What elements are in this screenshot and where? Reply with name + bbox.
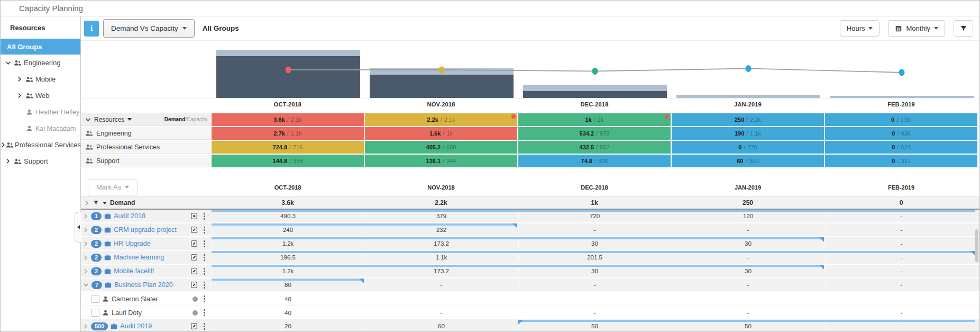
row-menu-icon[interactable] [204, 240, 205, 247]
row-menu-icon[interactable] [204, 282, 205, 289]
capacity-cell[interactable]: 1k/2k [518, 113, 671, 126]
demand-total-value: 0 [825, 199, 977, 207]
allocation-value: - [365, 282, 517, 288]
row-menu-icon[interactable] [204, 227, 205, 234]
sidebar-item-heather-hefley[interactable]: Heather Hefley [1, 104, 80, 120]
capacity-row-label[interactable]: Engineering [81, 127, 210, 140]
capacity-cell[interactable]: 0/720 [672, 141, 824, 154]
view-mode-dropdown[interactable]: Demand Vs Capacity [103, 19, 195, 38]
edit-button[interactable] [190, 254, 198, 261]
project-row-crm-upgrade-project[interactable]: 2CRM upgrade project240232--- [81, 223, 979, 237]
edit-button[interactable] [190, 322, 198, 330]
sidebar-item-kai-macadam[interactable]: Kai Macadam [1, 120, 80, 137]
capacity-cell[interactable]: 534.2/978 [518, 127, 671, 140]
capacity-cell[interactable]: 2.2k/2.1k [365, 113, 517, 126]
capacity-cell[interactable]: 1.6k/1k [365, 127, 517, 140]
status-dot-icon [193, 310, 198, 316]
project-name-link[interactable]: HR Upgrade [114, 240, 150, 247]
capacity-cell[interactable]: 190/1.1k [672, 127, 824, 140]
sidebar-collapse-handle[interactable] [75, 212, 81, 243]
project-name-link[interactable]: Machine learning [114, 254, 164, 261]
capacity-point-ok[interactable] [592, 68, 598, 75]
group-icon [85, 130, 93, 137]
allocation-value: 80 [212, 282, 364, 288]
row-menu-icon[interactable] [204, 254, 205, 261]
project-timeline-bar [212, 223, 517, 226]
project-name-link[interactable]: Mobile facelift [114, 267, 154, 275]
capacity-cell[interactable]: 0/1.9k [825, 113, 977, 126]
capacity-cell[interactable]: 74.8/326 [518, 155, 671, 167]
row-menu-icon[interactable] [204, 309, 205, 316]
allocation-value: - [518, 296, 671, 302]
group-icon [25, 93, 33, 99]
capacity-point-critical[interactable] [286, 66, 291, 73]
person-checkbox[interactable] [91, 295, 99, 303]
sidebar-item-mobile[interactable]: Mobile [1, 71, 80, 87]
info-icon[interactable]: i [84, 21, 99, 37]
chart-month-axis: OCT-2018NOV-2018DEC-2018JAN-2019FEB-2019 [81, 98, 979, 110]
sidebar-item-support[interactable]: Support [1, 153, 80, 169]
capacity-cell[interactable]: 3.6k/2.1k [212, 113, 364, 126]
capacity-cell[interactable]: 405.2/688 [365, 141, 517, 154]
capacity-cell[interactable]: 60/360 [672, 155, 824, 167]
capacity-table-header[interactable]: ResourcesDemand/Capacity [81, 113, 210, 126]
project-row-machine-learning[interactable]: 2Machine learning196.51.1k201.5-- [81, 251, 979, 265]
edit-button[interactable] [190, 281, 198, 289]
capacity-row-label[interactable]: Professional Services [81, 141, 210, 154]
row-menu-icon[interactable] [204, 295, 205, 302]
capacity-cell[interactable]: 0/936 [825, 127, 977, 140]
capacity-cell[interactable]: 0/624 [825, 141, 977, 154]
person-row-cameron-slater[interactable]: Cameron Slater40---- [81, 292, 979, 306]
capacity-point-warning[interactable] [439, 66, 445, 73]
project-name-link[interactable]: Audit 2019 [120, 322, 152, 330]
edit-icon [190, 281, 198, 289]
project-row-audit-2019[interactable]: 500Audit 201920605050- [81, 320, 979, 332]
demand-value: 0 [891, 116, 894, 123]
demand-total-row: Demand3.6k2.2k1k2500 [81, 197, 979, 210]
row-menu-icon[interactable] [204, 268, 205, 275]
capacity-point-info[interactable] [899, 69, 905, 76]
sidebar-item-web[interactable]: Web [1, 87, 80, 104]
capacity-row-label[interactable]: Support [81, 155, 210, 167]
briefcase-icon [105, 282, 112, 288]
capacity-value: 1k [446, 130, 453, 137]
allocation-value: - [825, 296, 977, 302]
filter-button[interactable] [954, 20, 973, 37]
person-checkbox[interactable] [91, 309, 99, 317]
project-row-business-plan-2020[interactable]: 7Business Plan 202080---- [81, 279, 979, 292]
sidebar-item-engineering[interactable]: Engineering [1, 55, 80, 71]
allocation-value: 20 [212, 323, 364, 329]
capacity-point-info[interactable] [746, 65, 752, 72]
row-menu-icon[interactable] [204, 323, 205, 330]
edit-button[interactable] [190, 240, 198, 247]
edit-button[interactable] [190, 267, 198, 275]
period-dropdown[interactable]: Monthly [888, 20, 945, 37]
play-button[interactable] [190, 212, 198, 220]
project-name-link[interactable]: Business Plan 2020 [114, 281, 173, 289]
demand-value: 144.8 [273, 158, 288, 164]
demand-value: 724.8 [273, 144, 288, 150]
vertical-scrollbar-thumb[interactable] [975, 229, 978, 262]
person-row-lauri-doty[interactable]: Lauri Doty40---- [81, 306, 979, 320]
capacity-cell[interactable]: 136.1/344 [365, 155, 517, 167]
units-dropdown[interactable]: Hours [840, 20, 880, 37]
capacity-cell[interactable]: 144.8/358 [212, 155, 364, 167]
allocation-value: 196.5 [212, 254, 364, 261]
sidebar-item-professional-services[interactable]: Professional Services [1, 137, 80, 153]
sidebar-item-all-groups[interactable]: All Groups [1, 39, 80, 55]
allocation-value: 1.2k [212, 268, 364, 274]
capacity-cell[interactable]: 0/312 [825, 155, 977, 167]
capacity-cell[interactable]: 2.7k/1.1k [212, 127, 364, 140]
row-menu-icon[interactable] [204, 213, 205, 220]
edit-button[interactable] [190, 226, 198, 234]
project-row-audit-2018[interactable]: 1Audit 2018490.3379720120- [81, 210, 979, 223]
capacity-cell[interactable]: 250/2.2k [672, 113, 824, 126]
project-row-mobile-facelift[interactable]: 2Mobile facelift1.2k173.23030- [81, 265, 979, 279]
project-row-hr-upgrade[interactable]: 2HR Upgrade1.2k173.23030- [81, 237, 979, 251]
mark-as-dropdown[interactable]: Mark As [88, 179, 138, 195]
capacity-cell[interactable]: 724.8/716 [212, 141, 364, 154]
project-name-link[interactable]: Audit 2018 [114, 212, 145, 220]
capacity-value: 360 [749, 158, 758, 164]
capacity-cell[interactable]: 432.5/652 [518, 141, 671, 154]
project-name-link[interactable]: CRM upgrade project [114, 226, 177, 234]
